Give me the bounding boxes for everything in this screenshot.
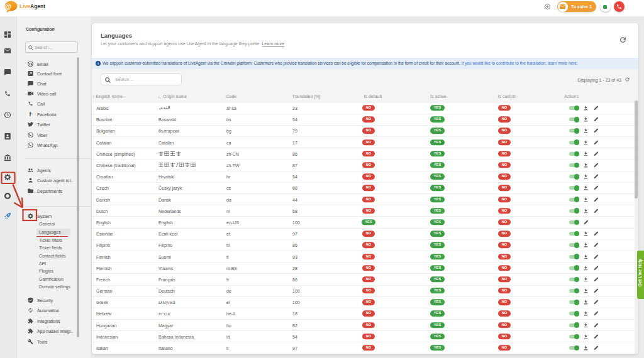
svg-text:@: @ (4, 3, 11, 10)
